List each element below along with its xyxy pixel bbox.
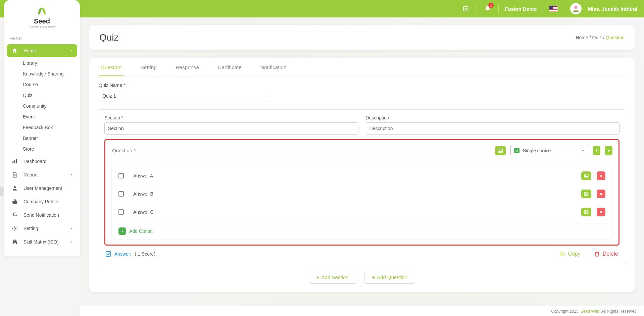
type-select-label: Single choice bbox=[523, 148, 578, 153]
delete-label: Delete bbox=[603, 251, 618, 257]
quiz-name-block: Quiz Name * bbox=[97, 76, 627, 105]
main-card: Question Setting Response Certificate No… bbox=[89, 58, 635, 292]
sidebar-item-store[interactable]: Store bbox=[4, 144, 80, 154]
org-name[interactable]: Fusion Demo bbox=[505, 6, 537, 12]
sidebar-item-setting[interactable]: Setting bbox=[7, 222, 77, 235]
copy-button[interactable]: Copy bbox=[559, 251, 580, 257]
delete-icon[interactable] bbox=[597, 171, 605, 180]
file-icon bbox=[11, 172, 19, 178]
image-icon[interactable] bbox=[581, 171, 591, 180]
svg-point-10 bbox=[499, 150, 500, 151]
bars-icon bbox=[11, 158, 19, 164]
delete-icon[interactable] bbox=[597, 190, 605, 198]
briefcase-icon bbox=[11, 199, 19, 205]
move-down-button[interactable] bbox=[593, 146, 600, 155]
answer-checkbox[interactable] bbox=[118, 191, 124, 197]
divider bbox=[543, 4, 543, 13]
answer-checkbox[interactable] bbox=[118, 209, 124, 215]
answer-key-checkbox[interactable] bbox=[106, 251, 111, 257]
sidebar-item-quiz[interactable]: Quiz bbox=[4, 90, 80, 101]
menu-list: Home Library Knowledge Sharing Course Qu… bbox=[4, 44, 80, 248]
svg-point-1 bbox=[465, 8, 467, 10]
tab-response[interactable]: Response bbox=[174, 58, 201, 76]
image-icon[interactable] bbox=[495, 146, 506, 155]
footer-rights: All Rights Reserved bbox=[601, 309, 637, 314]
chevron-down-icon bbox=[581, 148, 585, 154]
bell-outline-icon bbox=[11, 212, 19, 218]
chevron-right-icon bbox=[70, 172, 73, 177]
bell-icon[interactable]: 1 bbox=[483, 4, 492, 13]
move-up-button[interactable] bbox=[605, 146, 612, 155]
menu-label: MENU bbox=[4, 32, 80, 44]
add-row: +Add Section +Add Question bbox=[97, 271, 627, 284]
tab-notification[interactable]: Notification bbox=[258, 58, 289, 76]
answer-text[interactable]: Answer A bbox=[133, 173, 581, 178]
divider bbox=[498, 4, 499, 13]
svg-rect-7 bbox=[12, 201, 17, 204]
sidebar-item-report[interactable]: Report bbox=[7, 168, 77, 181]
sidebar-item-knowledge[interactable]: Knowledge Sharing bbox=[4, 68, 80, 79]
add-section-button[interactable]: +Add Section bbox=[309, 271, 356, 284]
sidebar-item-label: Send Notification bbox=[23, 212, 59, 218]
add-question-button[interactable]: +Add Question bbox=[364, 271, 415, 284]
question-card: Single choice Answer A Ans bbox=[104, 139, 620, 246]
sidebar-item-home[interactable]: Home bbox=[7, 44, 77, 57]
sidebar-item-course[interactable]: Course bbox=[4, 79, 80, 90]
sidebar-item-user-mgmt[interactable]: User Management bbox=[7, 182, 77, 195]
sidebar-item-library[interactable]: Library bbox=[4, 58, 80, 68]
username[interactable]: Miss. Junekk Inthiral bbox=[588, 6, 637, 12]
plus-icon: + bbox=[118, 227, 126, 235]
tab-certificate[interactable]: Certificate bbox=[216, 58, 244, 76]
answer-text[interactable]: Answer B bbox=[133, 191, 581, 197]
sidebar-item-banner[interactable]: Banner bbox=[4, 133, 80, 144]
flag-icon[interactable] bbox=[549, 6, 558, 12]
delete-button[interactable]: Delete bbox=[594, 251, 618, 257]
image-icon[interactable] bbox=[581, 190, 591, 198]
sidebar-item-send-notif[interactable]: Send Notification bbox=[7, 209, 77, 221]
sidebar-item-company[interactable]: Company Profile bbox=[7, 195, 77, 208]
svg-rect-18 bbox=[560, 252, 563, 255]
content: Quiz Home / Quiz / Question Question Set… bbox=[80, 17, 644, 316]
tab-question[interactable]: Question bbox=[99, 58, 123, 76]
add-option-label: Add Option bbox=[129, 228, 153, 234]
question-header: Single choice bbox=[111, 145, 612, 156]
sidebar-item-skill[interactable]: Skill Matrix (ISO) bbox=[7, 235, 77, 248]
sidebar-item-dashboard[interactable]: Dashboard bbox=[7, 155, 77, 168]
svg-point-14 bbox=[585, 193, 586, 194]
page-title: Quiz bbox=[99, 32, 119, 43]
sidebar: Seed True value of company MENU Home Lib… bbox=[4, 0, 80, 256]
delete-icon[interactable] bbox=[597, 208, 605, 216]
sidebar-item-label: User Management bbox=[23, 186, 62, 191]
breadcrumb-home[interactable]: Home bbox=[576, 35, 588, 40]
sidebar-item-event[interactable]: Event bbox=[4, 111, 80, 122]
sidebar-item-label: Company Profile bbox=[23, 199, 58, 204]
answer-checkbox[interactable] bbox=[118, 173, 124, 178]
answer-key-label[interactable]: Answer: bbox=[114, 251, 132, 257]
sidebar-item-feedback[interactable]: Feedback Box bbox=[4, 122, 80, 133]
collapse-sidebar-button[interactable] bbox=[0, 187, 4, 196]
answer-row: Answer A bbox=[116, 167, 607, 185]
breadcrumb-quiz[interactable]: Quiz bbox=[592, 35, 602, 40]
chevron-right-icon bbox=[70, 226, 73, 231]
tab-setting[interactable]: Setting bbox=[138, 58, 159, 76]
question-input[interactable] bbox=[111, 146, 490, 155]
logo[interactable]: Seed True value of company bbox=[4, 0, 80, 32]
avatar[interactable] bbox=[570, 3, 582, 14]
add-option-button[interactable]: + Add Option bbox=[116, 223, 607, 237]
section-input[interactable] bbox=[104, 122, 358, 135]
answer-row: Answer C bbox=[116, 203, 607, 221]
question-type-select[interactable]: Single choice bbox=[510, 145, 588, 156]
quiz-name-input[interactable] bbox=[99, 90, 269, 102]
svg-point-8 bbox=[14, 228, 16, 229]
answer-text[interactable]: Answer C bbox=[133, 209, 581, 215]
image-icon[interactable] bbox=[581, 208, 591, 216]
app-box-icon[interactable] bbox=[461, 4, 470, 13]
sidebar-item-label: Dashboard bbox=[23, 159, 47, 164]
gear-icon bbox=[11, 225, 19, 231]
sidebar-item-label: Setting bbox=[23, 226, 38, 231]
footer-brand[interactable]: Seed Web bbox=[581, 309, 599, 314]
section-card: Section * Description Single choice bbox=[97, 109, 627, 264]
tabs: Question Setting Response Certificate No… bbox=[97, 58, 627, 76]
sidebar-item-community[interactable]: Community bbox=[4, 101, 80, 111]
description-input[interactable] bbox=[366, 122, 620, 135]
